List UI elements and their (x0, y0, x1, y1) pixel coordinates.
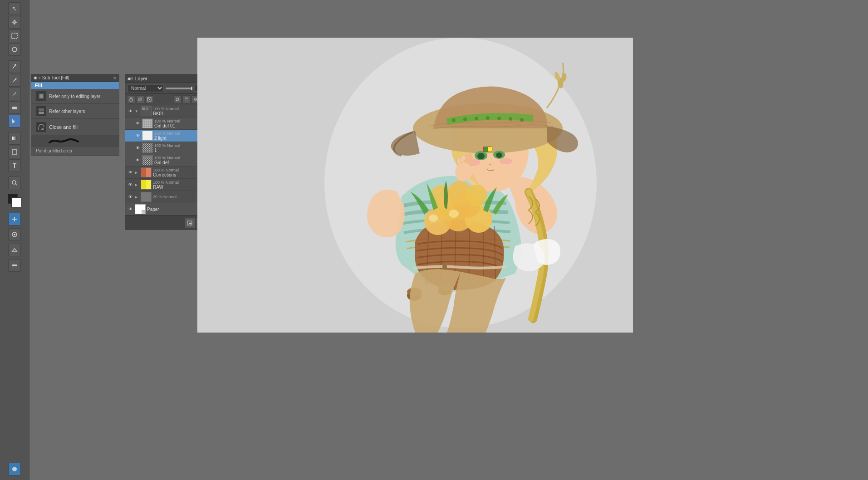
svg-point-29 (176, 98, 179, 101)
layer-arrow-raw[interactable]: ▶ (135, 183, 139, 187)
merge-btn[interactable] (182, 95, 191, 103)
tool-extra4[interactable] (8, 259, 21, 272)
layer-eye-girl-def[interactable]: 👁 (134, 157, 141, 163)
option-paint-unfilled[interactable]: Paint unfilled area (31, 147, 119, 155)
svg-rect-82 (484, 147, 488, 152)
tool-extra3[interactable] (8, 244, 21, 256)
lock-pixels-btn[interactable] (136, 95, 144, 103)
svg-rect-36 (142, 108, 145, 110)
layer-eye-girl-def-01[interactable]: 👁 (134, 120, 141, 127)
sub-tool-title: Fill (31, 82, 119, 89)
layer-panel-title: Layer (135, 76, 148, 81)
svg-point-78 (496, 152, 502, 158)
tool-move[interactable]: ✥ (8, 16, 21, 29)
refer-other-icon (36, 106, 47, 117)
canvas-area[interactable] (197, 38, 633, 333)
lock-transparency-btn[interactable] (127, 95, 135, 103)
svg-rect-30 (185, 98, 188, 99)
tool-extra2[interactable] (8, 228, 21, 241)
layer-thumb-girl-def (142, 155, 153, 165)
svg-point-77 (477, 153, 485, 159)
sub-tool-header: ▣ ≡ Sub Tool [Fill] ✕ (31, 74, 119, 82)
tool-extra1[interactable] (8, 213, 21, 225)
lock-all-btn[interactable] (145, 95, 153, 103)
svg-rect-14 (12, 264, 17, 266)
layer-thumb-paper (135, 204, 146, 214)
background-color[interactable] (11, 197, 21, 207)
tool-fill[interactable] (8, 115, 21, 127)
layer-thumb-corrections (141, 167, 152, 177)
svg-rect-11 (14, 217, 15, 221)
svg-rect-50 (141, 180, 146, 189)
refer-editing-icon (36, 91, 47, 102)
layer-panel-icon1: ▣ (128, 77, 131, 81)
svg-rect-41 (142, 131, 152, 140)
layer-eye-paper[interactable]: 👁 (127, 206, 133, 212)
layer-eye-raw[interactable]: 👁 (127, 181, 133, 188)
refer-editing-label: Refer only to editing layer (49, 94, 100, 99)
svg-rect-23 (130, 99, 132, 101)
svg-rect-40 (142, 119, 152, 128)
layer-eye-corrections[interactable]: 👁 (127, 169, 133, 176)
option-refer-other[interactable]: Refer other layers (31, 104, 119, 119)
svg-rect-51 (146, 180, 151, 189)
layer-arrow-corrections[interactable]: ▶ (135, 171, 139, 175)
svg-rect-7 (12, 150, 17, 154)
tool-text[interactable]: T (8, 159, 21, 172)
sub-tool-header-close[interactable]: ✕ (113, 76, 117, 80)
blend-mode-select[interactable]: Normal Multiply Screen (128, 84, 164, 92)
refer-other-label: Refer other layers (49, 109, 85, 114)
layer-arrow-sketch-group[interactable]: ▶ (135, 195, 139, 199)
layer-panel-icon2: ≡ (131, 77, 133, 81)
svg-point-71 (520, 118, 524, 122)
svg-point-80 (500, 158, 512, 164)
new-layer-btn[interactable] (185, 218, 195, 228)
layer-eye-sketch-group[interactable]: 👁 (127, 194, 133, 200)
close-fill-icon (36, 122, 47, 132)
svg-point-1 (12, 47, 17, 52)
svg-point-99 (429, 215, 438, 222)
layer-thumb-raw (141, 180, 152, 190)
tool-eraser[interactable] (8, 101, 21, 114)
layer-eye-bk01[interactable]: 👁 (127, 108, 133, 114)
tool-eyedrop[interactable] (8, 60, 21, 73)
svg-rect-55 (187, 221, 192, 225)
svg-point-68 (486, 116, 490, 120)
tool-pen[interactable] (8, 74, 21, 87)
svg-line-9 (15, 184, 17, 185)
sub-tool-panel: ▣ ≡ Sub Tool [Fill] ✕ Fill Refer only to… (31, 74, 119, 156)
close-and-fill-label: Close and fill (49, 124, 78, 130)
svg-rect-21 (166, 88, 192, 89)
layer-eye-1[interactable]: 👁 (134, 145, 141, 151)
svg-point-105 (442, 264, 447, 269)
sub-tool-header-icon1: ▣ (34, 76, 37, 80)
tool-bottom[interactable] (8, 463, 21, 475)
opacity-slider[interactable] (166, 87, 193, 90)
svg-point-13 (14, 234, 15, 235)
layer-thumb-girl-def-01 (142, 118, 153, 128)
tool-cursor[interactable]: ↖ (8, 2, 21, 15)
tool-gradient[interactable] (8, 132, 21, 145)
canvas-illustration (197, 38, 633, 333)
svg-rect-44 (142, 143, 152, 152)
tool-brush[interactable] (8, 88, 21, 100)
sub-tool-header-label: Sub Tool [Fill] (42, 75, 69, 80)
svg-point-70 (509, 117, 512, 121)
svg-point-15 (12, 467, 17, 471)
layer-eye-2light[interactable]: 👁 (134, 132, 141, 139)
svg-rect-18 (39, 108, 44, 111)
svg-rect-83 (488, 147, 492, 152)
pass-through-btn[interactable] (173, 95, 181, 103)
layer-arrow-bk01[interactable]: ▼ (135, 109, 139, 113)
tool-select[interactable] (8, 29, 21, 42)
tool-lasso[interactable] (8, 43, 21, 56)
svg-rect-17 (39, 94, 43, 98)
option-close-and-fill[interactable]: Close and fill (31, 119, 119, 135)
svg-point-8 (12, 181, 16, 184)
svg-rect-31 (185, 100, 188, 101)
svg-point-66 (463, 118, 467, 121)
tool-zoom[interactable] (8, 176, 21, 189)
brush-stroke-preview (49, 137, 80, 144)
tool-shape[interactable] (8, 146, 21, 158)
option-refer-editing[interactable]: Refer only to editing layer (31, 89, 119, 104)
